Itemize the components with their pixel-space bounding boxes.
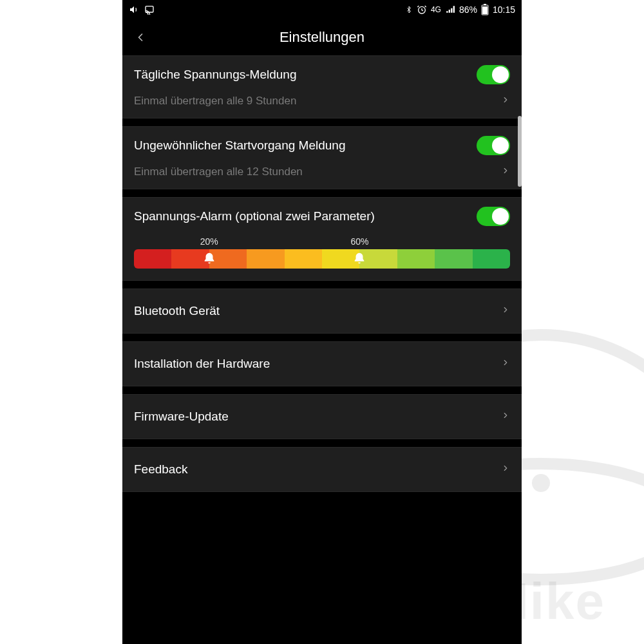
setting-voltage-alarm[interactable]: Spannungs-Alarm (optional zwei Parameter… bbox=[122, 197, 522, 281]
chevron-right-icon bbox=[501, 93, 510, 109]
svg-rect-6 bbox=[484, 4, 486, 5]
battery-icon bbox=[481, 4, 489, 15]
alarm-label-high: 60% bbox=[350, 236, 368, 247]
toggle-voltage-alarm[interactable] bbox=[477, 207, 510, 226]
settings-list: Tägliche Spannungs-Meldung Einmal übertr… bbox=[122, 55, 522, 492]
alarm-icon bbox=[417, 5, 427, 15]
item-feedback[interactable]: Feedback bbox=[122, 447, 522, 492]
setting-title: Ungewöhnlicher Startvorgang Meldung bbox=[134, 138, 353, 154]
alarm-bell-high[interactable] bbox=[351, 251, 368, 267]
item-label: Feedback bbox=[134, 462, 187, 477]
phone-frame: 4G 86% 10:15 Einstellungen Tägliche Span… bbox=[122, 0, 522, 644]
item-firmware-update[interactable]: Firmware-Update bbox=[122, 394, 522, 439]
bluetooth-icon bbox=[405, 5, 413, 15]
chevron-right-icon bbox=[501, 164, 510, 180]
item-label: Installation der Hardware bbox=[134, 357, 270, 371]
alarm-gradient-bar bbox=[134, 249, 510, 269]
chevron-right-icon bbox=[501, 409, 510, 424]
clock-time: 10:15 bbox=[493, 5, 515, 15]
scroll-thumb[interactable] bbox=[518, 116, 522, 187]
item-label: Bluetooth Gerät bbox=[134, 304, 220, 318]
item-bluetooth-device[interactable]: Bluetooth Gerät bbox=[122, 289, 522, 334]
screen-header: Einstellungen bbox=[122, 19, 522, 55]
bell-icon bbox=[202, 252, 216, 266]
setting-subtitle: Einmal übertragen alle 9 Stunden bbox=[134, 95, 296, 108]
chevron-right-icon bbox=[501, 303, 510, 319]
setting-subtitle: Einmal übertragen alle 12 Stunden bbox=[134, 166, 303, 178]
alarm-bell-low[interactable] bbox=[201, 251, 218, 267]
item-hardware-installation[interactable]: Installation der Hardware bbox=[122, 341, 522, 386]
setting-title: Tägliche Spannungs-Meldung bbox=[134, 67, 304, 83]
battery-percent: 86% bbox=[459, 5, 477, 15]
voltage-alarm-slider[interactable]: 20% 60% bbox=[134, 236, 510, 269]
chevron-right-icon bbox=[501, 462, 510, 477]
setting-unusual-start[interactable]: Ungewöhnlicher Startvorgang Meldung Einm… bbox=[122, 126, 522, 189]
network-label: 4G bbox=[431, 5, 441, 14]
chevron-left-icon bbox=[134, 28, 147, 46]
back-button[interactable] bbox=[128, 24, 153, 50]
signal-icon bbox=[445, 5, 455, 14]
cast-icon bbox=[144, 5, 155, 15]
bell-icon bbox=[352, 252, 366, 266]
item-label: Firmware-Update bbox=[134, 410, 229, 424]
setting-daily-voltage[interactable]: Tägliche Spannungs-Meldung Einmal übertr… bbox=[122, 55, 522, 118]
svg-point-2 bbox=[532, 474, 550, 492]
svg-rect-3 bbox=[146, 6, 153, 12]
toggle-daily-voltage[interactable] bbox=[477, 65, 510, 84]
svg-rect-7 bbox=[482, 6, 488, 14]
page-title: Einstellungen bbox=[279, 29, 365, 46]
alarm-label-low: 20% bbox=[200, 236, 218, 247]
chevron-right-icon bbox=[501, 356, 510, 372]
setting-title: Spannungs-Alarm (optional zwei Parameter… bbox=[134, 209, 383, 225]
volume-icon bbox=[129, 5, 139, 15]
status-bar: 4G 86% 10:15 bbox=[122, 0, 522, 19]
toggle-unusual-start[interactable] bbox=[477, 136, 510, 155]
